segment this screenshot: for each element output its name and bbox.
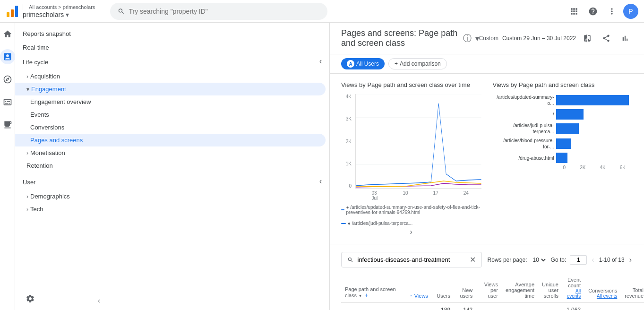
lifecycle-header[interactable]: Life cycle ›	[15, 54, 329, 70]
monetisation-item[interactable]: › Monetisation	[15, 146, 326, 159]
col-header-unique-scrolls[interactable]: Unique user scrolls	[538, 273, 562, 303]
col-header-avg-engagement[interactable]: Average engagement time	[502, 273, 538, 303]
col-header-revenue[interactable]: Total revenue	[621, 273, 644, 303]
table-section: ✕ Rows per page: 10 25 50 Go to: ‹ 1-10 …	[330, 244, 644, 310]
col-header-new-users[interactable]: New users	[454, 273, 476, 303]
avatar[interactable]: P	[623, 4, 638, 19]
date-range[interactable]: Custom 29 Jun – 30 Jul 2022	[502, 35, 576, 42]
date-custom-label: Custom	[479, 35, 498, 42]
data-table: Page path and screen class ▾ + Views Use…	[341, 273, 644, 310]
bar-label-2: /	[493, 112, 554, 117]
apps-icon[interactable]	[567, 4, 582, 19]
totals-users: 189 0.27% of total	[432, 303, 454, 310]
topbar-actions: P	[567, 4, 638, 19]
col-header-conversions[interactable]: Conversions All events	[584, 273, 621, 303]
bar-container-2	[556, 109, 633, 120]
nav-home-icon[interactable]	[0, 26, 15, 42]
user-header[interactable]: User ›	[15, 174, 329, 190]
title-dropdown-icon[interactable]: ▾	[475, 34, 479, 43]
line-chart-svg	[356, 94, 481, 188]
totals-unique-scrolls: 59 0.4% of total	[538, 303, 562, 310]
x-axis-labels: 03Jul 10 17 24	[341, 190, 481, 201]
add-comparison-plus: +	[395, 60, 398, 67]
engagement-overview-item[interactable]: Engagement overview	[15, 95, 326, 108]
nav-advertising-icon[interactable]	[0, 95, 15, 110]
account-dropdown-icon[interactable]: ▾	[66, 11, 69, 18]
search-clear-button[interactable]: ✕	[470, 255, 476, 264]
totals-avg-engagement: 0m 39s Avg -29.57%	[502, 303, 538, 310]
legend-item-2: ● /articles/judi-pulsa-terperca...	[341, 221, 412, 226]
col-header-event-count[interactable]: Event count All events	[562, 273, 584, 303]
add-comparison-button[interactable]: + Add comparison	[388, 58, 447, 69]
line-chart-title: Views by Page path and screen class over…	[341, 81, 481, 88]
bar-chart-title: Views by Page path and screen class	[493, 81, 633, 88]
compare-icon[interactable]	[580, 31, 595, 46]
charts-section: Views by Page path and screen class over…	[330, 74, 644, 244]
demographics-item[interactable]: › Demographics	[15, 190, 326, 203]
bar-fill-3	[556, 123, 579, 134]
engagement-arrow: ▾	[26, 86, 29, 93]
svg-rect-1	[11, 9, 14, 17]
collapse-sidebar-button[interactable]: ‹	[96, 295, 102, 306]
bar-container-5	[556, 153, 633, 163]
line-chart-plot	[355, 94, 481, 189]
more-icon[interactable]	[604, 4, 619, 19]
rows-per-page-select[interactable]: 10 25 50	[531, 256, 547, 264]
next-page-button[interactable]: ›	[628, 255, 633, 265]
col-header-views-per-user[interactable]: Views per user	[476, 273, 502, 303]
bar-fill-2	[556, 109, 584, 120]
demographics-arrow: ›	[26, 193, 28, 200]
legend-item-1: ● /articles/updated-summary-on-use-and-s…	[341, 205, 481, 215]
tech-arrow: ›	[26, 206, 28, 213]
bar-x-labels: 0 2K 4K 6K	[493, 165, 633, 170]
prev-page-button[interactable]: ‹	[591, 255, 595, 265]
svg-rect-2	[15, 6, 18, 17]
account-name[interactable]: primescholars ▾	[23, 11, 95, 18]
engagement-item[interactable]: ▾ Engagement	[15, 83, 326, 95]
totals-views: 340 0.28% of total	[405, 303, 432, 310]
all-users-chip[interactable]: A All Users	[341, 58, 385, 69]
nav-reports-icon[interactable]	[0, 49, 15, 64]
help-icon[interactable]	[585, 4, 601, 19]
table-search-wrap[interactable]: ✕	[341, 252, 482, 267]
col-header-views[interactable]: Views	[405, 273, 432, 303]
line-chart-container: Views by Page path and screen class over…	[341, 81, 481, 236]
nav-configure-icon[interactable]	[0, 117, 15, 132]
events-item[interactable]: Events	[15, 108, 326, 121]
bar-label-3: /articles/judi-p ulsa-terperca...	[493, 122, 554, 135]
share-icon[interactable]	[599, 31, 614, 46]
info-icon[interactable]: ⓘ	[463, 33, 472, 44]
conversions-sub[interactable]: All events	[588, 293, 617, 299]
bar-fill-1	[556, 95, 629, 105]
pages-screens-item[interactable]: Pages and screens	[15, 134, 326, 146]
monetisation-arrow: ›	[26, 150, 28, 156]
bar-label-1: /articles/updated-summary-o...	[493, 94, 554, 106]
global-search[interactable]	[110, 3, 327, 20]
totals-views-per-user: 1.80 Avg +3.74%	[476, 303, 502, 310]
main-content: Pages and screens: Page path and screen …	[330, 23, 644, 310]
table-search-input[interactable]	[358, 256, 466, 263]
page-title: Pages and screens: Page path and screen …	[341, 28, 479, 48]
chart-type-icon[interactable]	[618, 31, 633, 46]
search-input[interactable]	[129, 8, 320, 15]
goto-label: Go to:	[551, 257, 567, 263]
settings-button[interactable]	[23, 291, 38, 306]
col-header-path[interactable]: Page path and screen class ▾ +	[341, 273, 405, 303]
legend-nav-arrow[interactable]: ›	[341, 228, 481, 236]
event-count-sub[interactable]: All events	[566, 288, 581, 299]
bar-row-1: /articles/updated-summary-o...	[493, 94, 633, 106]
tech-item[interactable]: › Tech	[15, 203, 326, 215]
reports-snapshot-item[interactable]: Reports snapshot	[15, 26, 329, 41]
col-header-users[interactable]: Users	[432, 273, 454, 303]
retention-item[interactable]: Retention	[15, 159, 326, 172]
legend-dot-1	[341, 209, 344, 210]
acquisition-item[interactable]: › Acquisition	[15, 70, 326, 83]
totals-new-users: 142 0.21% of total	[454, 303, 476, 310]
nav-menu: Reports snapshot Real-time Life cycle › …	[15, 23, 330, 310]
conversions-item[interactable]: Conversions	[15, 121, 326, 134]
nav-explore-icon[interactable]	[0, 72, 15, 87]
header-right: Custom Custom 29 Jun – 30 Jul 2022	[479, 31, 633, 46]
goto-input[interactable]	[570, 255, 587, 265]
col-add-button[interactable]: +	[365, 292, 368, 299]
realtime-item[interactable]: Real-time	[15, 41, 326, 54]
